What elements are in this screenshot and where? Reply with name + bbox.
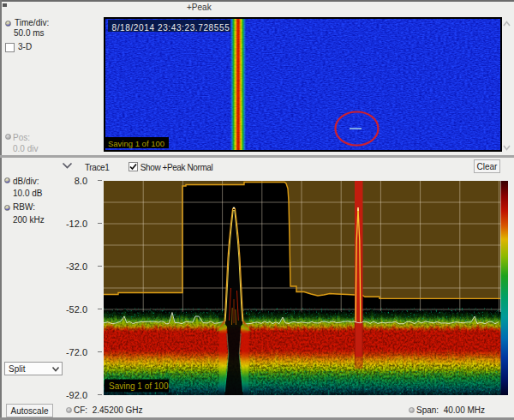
svg-text:Saving 1 of 100: Saving 1 of 100	[109, 381, 169, 391]
svg-text:Saving 1 of 100: Saving 1 of 100	[108, 139, 164, 148]
svg-text:8/18/2014 23:43:23.728555: 8/18/2014 23:43:23.728555	[112, 23, 230, 33]
